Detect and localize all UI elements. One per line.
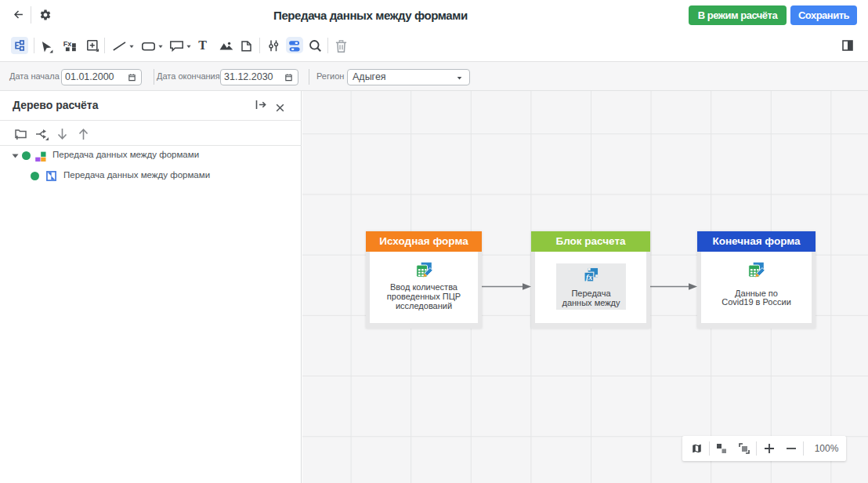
svg-text:fx: fx (586, 273, 592, 281)
svg-text:Fx: Fx (63, 40, 72, 48)
